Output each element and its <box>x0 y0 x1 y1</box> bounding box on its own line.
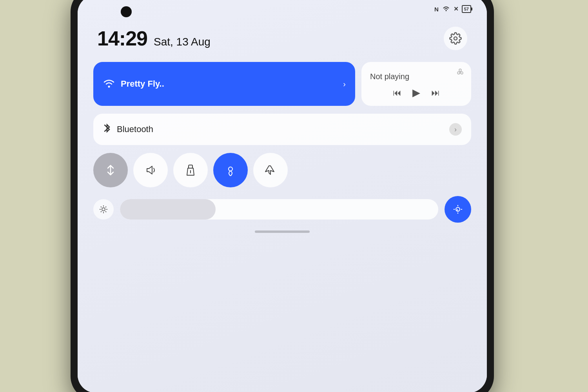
svg-point-12 <box>102 208 105 211</box>
nfc-icon: N <box>434 6 439 13</box>
bluetooth-row: Bluetooth › <box>93 114 471 145</box>
wifi-status-icon <box>442 5 450 13</box>
wifi-tile[interactable]: Pretty Fly.. › <box>93 62 355 106</box>
time-display: 14:29 <box>97 27 147 50</box>
brightness-icon <box>93 199 114 220</box>
wifi-tile-label: Pretty Fly.. <box>121 79 338 89</box>
home-indicator <box>255 230 310 233</box>
sim-icon: ✕ <box>454 5 459 13</box>
main-content: 14:29 Sat, 13 Aug <box>78 19 487 245</box>
time-date-row: 14:29 Sat, 13 Aug <box>93 27 471 50</box>
brightness-fill <box>120 199 216 220</box>
media-controls: ⏮ ▶ ⏭ <box>370 87 463 99</box>
actions-row <box>93 153 471 187</box>
bluetooth-tile[interactable]: Bluetooth › <box>93 114 471 145</box>
date-display: Sat, 13 Aug <box>154 36 211 48</box>
airplane-button[interactable] <box>253 153 288 187</box>
rotate-button[interactable] <box>93 153 128 187</box>
bottom-bar <box>93 230 471 233</box>
battery-indicator: 57 <box>462 5 471 13</box>
media-prev-button[interactable]: ⏮ <box>393 88 401 98</box>
settings-gear-icon <box>449 32 462 45</box>
battery-level: 57 <box>464 7 469 11</box>
svg-line-18 <box>105 211 106 212</box>
svg-point-0 <box>445 10 446 11</box>
brightness-slider[interactable] <box>120 199 438 220</box>
cast-icon <box>456 67 465 79</box>
status-bar: N ✕ 57 <box>78 0 487 19</box>
svg-line-20 <box>105 207 106 207</box>
media-status: Not playing <box>370 72 463 81</box>
svg-line-19 <box>101 211 102 212</box>
media-play-button[interactable]: ▶ <box>412 87 420 99</box>
top-tiles-row: Pretty Fly.. › <box>93 62 471 106</box>
svg-rect-9 <box>189 165 192 168</box>
phone-device: N ✕ 57 <box>71 0 494 392</box>
svg-text:A: A <box>456 209 458 211</box>
media-tile: Not playing ⏮ ▶ ⏭ <box>361 62 471 106</box>
media-next-button[interactable]: ⏭ <box>431 88 440 98</box>
scene: N ✕ 57 <box>0 0 588 392</box>
settings-button[interactable] <box>444 27 467 50</box>
bluetooth-label: Bluetooth <box>117 124 444 134</box>
sound-button[interactable] <box>133 153 168 187</box>
flashlight-button[interactable] <box>173 153 208 187</box>
wifi-tile-chevron: › <box>343 80 346 89</box>
phone-screen: N ✕ 57 <box>78 0 487 392</box>
screen-content: N ✕ 57 <box>78 0 487 392</box>
svg-line-17 <box>101 207 102 207</box>
svg-point-11 <box>229 167 232 171</box>
svg-point-4 <box>459 69 461 71</box>
wifi-tile-icon <box>103 78 115 91</box>
auto-brightness-button[interactable]: A <box>445 196 471 223</box>
camera-hole <box>121 6 132 17</box>
time-date-left: 14:29 Sat, 13 Aug <box>97 27 211 50</box>
svg-point-1 <box>108 85 110 87</box>
bluetooth-icon <box>103 122 111 137</box>
status-right: N ✕ 57 <box>434 5 471 13</box>
bluetooth-chevron: › <box>449 123 462 136</box>
location-button[interactable] <box>213 153 248 187</box>
brightness-row: A <box>93 196 471 223</box>
